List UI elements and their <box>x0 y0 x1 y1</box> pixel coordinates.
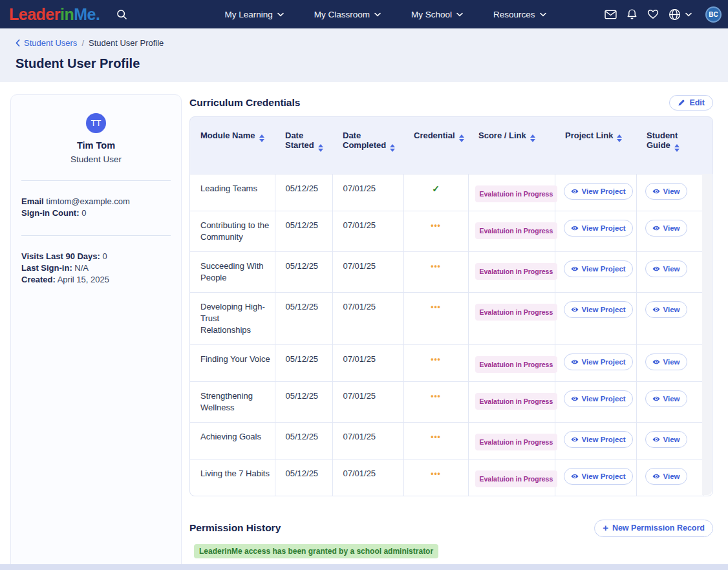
cell-credential: ••• <box>403 251 468 292</box>
module-name: Contributing to the Community <box>200 220 269 242</box>
view-project-label: View Project <box>582 472 626 480</box>
cell-date-completed: 07/01/25 <box>332 292 403 344</box>
column-header-label: Module Name <box>200 131 255 140</box>
column-header-label: Credential <box>414 131 455 140</box>
messages-button[interactable] <box>605 10 617 19</box>
notifications-button[interactable] <box>626 8 637 20</box>
sort-icon[interactable] <box>390 144 395 152</box>
view-guide-button[interactable]: View <box>645 431 687 448</box>
sort-icon[interactable] <box>674 144 680 152</box>
sort-icon[interactable] <box>530 134 535 142</box>
user-avatar[interactable]: BC <box>705 6 722 23</box>
view-project-button[interactable]: View Project <box>564 354 633 370</box>
last-signin-value: N/A <box>74 263 89 273</box>
eye-icon <box>571 187 579 195</box>
nav-menu-item[interactable]: Resources <box>493 10 546 19</box>
view-guide-button[interactable]: View <box>645 260 687 277</box>
column-header[interactable]: Project Link <box>555 117 636 174</box>
column-header[interactable]: Module Name <box>190 117 275 174</box>
score-status-badge: Evalatuion in Progress <box>475 222 558 239</box>
date-started: 05/12/25 <box>286 261 319 271</box>
credential-status-icon: ••• <box>431 392 441 401</box>
view-project-label: View Project <box>582 265 626 273</box>
top-navbar: LeaderinMe. My Learning My Classroom My … <box>0 0 728 28</box>
credential-status-icon: ••• <box>431 469 441 478</box>
column-header[interactable]: Score / Link <box>468 117 555 174</box>
cell-project-link: View Project <box>555 344 636 381</box>
cell-module-name: Developing High-Trust Relationships <box>190 292 275 344</box>
cell-project-link: View Project <box>555 174 636 211</box>
sort-icon[interactable] <box>318 144 323 152</box>
cell-project-link: View Project <box>555 251 636 292</box>
nav-menu-item[interactable]: My Classroom <box>314 10 381 19</box>
bell-icon <box>626 8 637 20</box>
eye-icon <box>652 265 660 273</box>
credential-status-icon: ••• <box>431 355 441 364</box>
profile-role: Student User <box>21 154 171 164</box>
view-guide-button[interactable]: View <box>645 301 687 318</box>
view-project-button[interactable]: View Project <box>564 301 633 318</box>
cell-date-started: 05/12/25 <box>275 251 332 292</box>
sort-icon[interactable] <box>459 134 464 142</box>
view-project-button[interactable]: View Project <box>564 431 633 448</box>
score-status-badge: Evalatuion in Progress <box>475 470 558 487</box>
cell-date-started: 05/12/25 <box>275 381 332 422</box>
credential-status-icon: ✓ <box>432 184 440 194</box>
brand-logo[interactable]: LeaderinMe. <box>9 6 100 23</box>
edit-button-label: Edit <box>689 98 705 107</box>
sort-icon[interactable] <box>259 134 264 142</box>
nav-menu: My Learning My Classroom My School Resou… <box>224 10 546 19</box>
module-name: Finding Your Voice <box>200 354 270 364</box>
table-scrollbar[interactable] <box>702 174 712 495</box>
search-button[interactable] <box>116 9 127 20</box>
cell-score-link: Evalatuion in Progress <box>468 292 555 344</box>
view-project-button[interactable]: View Project <box>564 260 633 277</box>
cell-credential: ••• <box>403 459 468 496</box>
profile-visits-line: Visits Last 90 Days: 0 <box>21 251 171 262</box>
view-guide-button[interactable]: View <box>645 354 687 370</box>
profile-card: TT Tim Tom Student User Email timtom@exa… <box>10 94 182 570</box>
pencil-icon <box>678 99 685 107</box>
profile-created-line: Created: April 15, 2025 <box>21 274 171 286</box>
view-guide-button[interactable]: View <box>645 183 687 200</box>
new-permission-record-button[interactable]: + New Permission Record <box>594 520 713 537</box>
table-body: Leading Teams 05/12/25 07/01/25 ✓ Evalat… <box>190 174 703 496</box>
score-status-badge: Evalatuion in Progress <box>475 393 558 410</box>
cell-student-guide: View <box>636 459 703 496</box>
edit-button[interactable]: Edit <box>669 95 713 111</box>
view-guide-label: View <box>663 358 680 366</box>
module-name: Living the 7 Habits <box>200 469 270 478</box>
date-completed: 07/01/25 <box>343 184 376 193</box>
nav-menu-item[interactable]: My Learning <box>224 10 283 19</box>
column-header[interactable]: Student Guide <box>636 117 703 174</box>
cell-score-link: Evalatuion in Progress <box>468 381 555 422</box>
view-guide-button[interactable]: View <box>645 468 687 485</box>
nav-menu-item[interactable]: My School <box>411 10 463 19</box>
column-header[interactable]: Date Completed <box>332 117 403 174</box>
view-project-button[interactable]: View Project <box>564 220 633 237</box>
column-header[interactable]: Date Started <box>275 117 332 174</box>
view-guide-button[interactable]: View <box>645 220 687 237</box>
module-name: Developing High-Trust Relationships <box>200 302 265 335</box>
module-name: Achieving Goals <box>200 432 261 441</box>
date-started: 05/12/25 <box>286 220 319 230</box>
cell-student-guide: View <box>636 381 703 422</box>
table-row: Achieving Goals 05/12/25 07/01/25 ••• Ev… <box>190 422 703 459</box>
sort-icon[interactable] <box>617 134 622 142</box>
breadcrumb-back-link[interactable]: Student Users <box>16 38 77 48</box>
view-guide-button[interactable]: View <box>645 390 687 407</box>
table-row: Succeeding With People 05/12/25 07/01/25… <box>190 251 703 292</box>
column-header[interactable]: Credential <box>403 117 468 174</box>
chevron-down-icon <box>374 12 381 17</box>
favorites-button[interactable] <box>647 9 659 19</box>
view-project-button[interactable]: View Project <box>564 183 633 200</box>
eye-icon <box>571 436 579 443</box>
language-menu-button[interactable] <box>669 8 692 21</box>
view-project-button[interactable]: View Project <box>564 390 633 407</box>
view-guide-label: View <box>663 265 680 273</box>
eye-icon <box>652 224 660 232</box>
view-project-button[interactable]: View Project <box>564 468 633 485</box>
cell-module-name: Succeeding With People <box>190 251 275 292</box>
globe-icon <box>669 8 681 21</box>
cell-credential: ••• <box>403 422 468 459</box>
